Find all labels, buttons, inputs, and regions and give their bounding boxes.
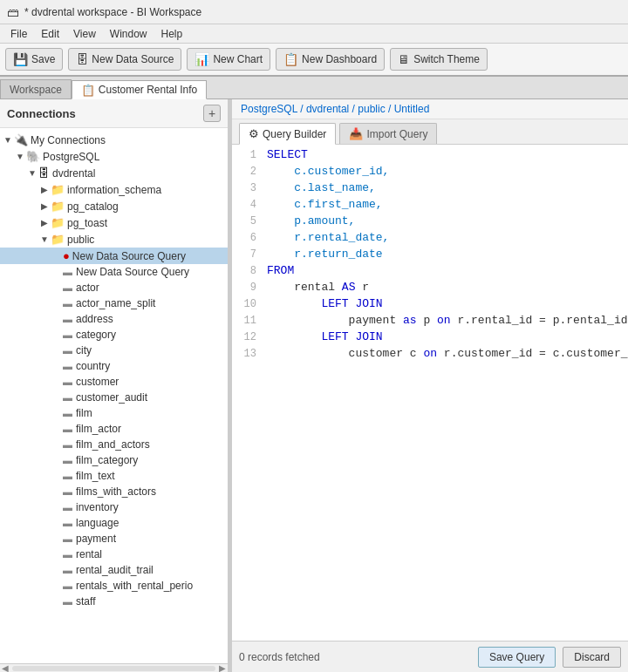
toggle-pg-toast: ▶ [38, 218, 51, 227]
menu-window[interactable]: Window [103, 26, 154, 42]
dvdrental-label: dvdrental [52, 167, 95, 180]
sidebar-item-table[interactable]: ▬customer_audit [0, 390, 228, 405]
tab-customer-rental[interactable]: 📋 Customer Rental Info [72, 80, 207, 99]
tab-bar: Workspace 📋 Customer Rental Info [0, 77, 628, 99]
bottom-bar: 0 records fetched Save Query Discard [232, 641, 628, 672]
new-dashboard-button[interactable]: 📋 New Dashboard [276, 48, 385, 71]
table-icon: ▬ [63, 314, 72, 324]
table-icon: ▬ [63, 377, 72, 387]
table-label: customer_audit [76, 391, 147, 404]
menu-bar: File Edit View Window Help [0, 24, 628, 44]
save-button[interactable]: 💾 Save [5, 48, 63, 71]
sidebar-item-table[interactable]: ▬country [0, 358, 228, 374]
table-icon: ▬ [63, 439, 72, 450]
table-label: film_text [76, 470, 115, 482]
table-label: language [76, 517, 119, 529]
title-text: * dvdrental workspace - BI Workspace [24, 6, 201, 18]
line-number: 12 [232, 330, 263, 347]
my-connections-label: My Connections [31, 134, 106, 146]
sidebar-item-table[interactable]: ▬staff [0, 594, 228, 609]
sidebar-item-pg-catalog[interactable]: ▶ 📁 pg_catalog [0, 198, 228, 214]
table-label: address [76, 313, 113, 325]
information-schema-icon: 📁 [51, 183, 65, 196]
sidebar-item-postgresql[interactable]: ▼ 🐘 PostgreSQL [0, 148, 228, 165]
table-icon: ▬ [63, 267, 72, 277]
chart-icon: 📊 [195, 52, 209, 66]
menu-help[interactable]: Help [154, 26, 190, 42]
sidebar-item-table[interactable]: ▬customer [0, 374, 228, 390]
code-line: 11 payment as p on r.rental_id = p.renta… [232, 314, 628, 330]
table-label: films_with_actors [76, 485, 156, 498]
table-icon: ▬ [63, 471, 72, 481]
data-source-icon: 🗄 [76, 52, 88, 66]
sidebar-item-table[interactable]: ▬payment [0, 531, 228, 546]
new-chart-button[interactable]: 📊 New Chart [187, 48, 270, 71]
status-text: 0 records fetched [239, 651, 320, 663]
public-label: public [67, 234, 94, 246]
sidebar-item-information-schema[interactable]: ▶ 📁 information_schema [0, 181, 228, 198]
code-line: 2 c.customer_id, [232, 165, 628, 181]
sidebar-item-table[interactable]: ▬film [0, 405, 228, 421]
sidebar-item-table[interactable]: ▬film_actor [0, 421, 228, 437]
sidebar-item-table[interactable]: ▬rental [0, 546, 228, 562]
table-label: actor_name_split [76, 297, 155, 309]
table-label: inventory [76, 501, 119, 513]
switch-theme-button[interactable]: 🖥 Switch Theme [390, 48, 488, 71]
line-content: c.customer_id, [263, 165, 389, 181]
sidebar-item-table[interactable]: ▬film_category [0, 452, 228, 468]
my-connections-icon: 🔌 [14, 133, 28, 146]
code-line: 10 LEFT JOIN [232, 297, 628, 314]
sidebar-item-pg-toast[interactable]: ▶ 📁 pg_toast [0, 214, 228, 231]
add-connection-button[interactable]: + [203, 105, 221, 122]
menu-view[interactable]: View [66, 26, 103, 42]
sidebar-item-table[interactable]: ▬rental_audit_trail [0, 562, 228, 578]
sidebar-item-table[interactable]: ▬inventory [0, 499, 228, 515]
table-icon: ▬ [63, 533, 72, 544]
table-label: staff [76, 595, 95, 608]
table-label: city [76, 344, 92, 356]
table-icon: ▬ [63, 282, 72, 293]
discard-button[interactable]: Discard [563, 647, 621, 668]
theme-icon: 🖥 [398, 52, 410, 66]
query-tab-builder[interactable]: ⚙ Query Builder [239, 123, 336, 145]
sidebar-item-table[interactable]: ▬film_text [0, 468, 228, 484]
table-icon: ▬ [63, 455, 72, 465]
sidebar-item-table[interactable]: ▬rentals_with_rental_perio [0, 578, 228, 594]
menu-edit[interactable]: Edit [34, 26, 66, 42]
sidebar-item-my-connections[interactable]: ▼ 🔌 My Connections [0, 132, 228, 148]
save-query-button[interactable]: Save Query [478, 647, 556, 668]
sidebar-item-table[interactable]: ▬language [0, 515, 228, 531]
sidebar-item-table[interactable]: ▬film_and_actors [0, 437, 228, 452]
information-schema-label: information_schema [67, 184, 161, 196]
line-content: LEFT JOIN [263, 330, 383, 347]
table-icon: ▬ [63, 361, 72, 371]
code-line: 7 r.return_date [232, 248, 628, 264]
line-content: c.last_name, [263, 181, 376, 198]
tab-workspace[interactable]: Workspace [0, 79, 72, 98]
sidebar-item-table[interactable]: ▬actor_name_split [0, 295, 228, 311]
sidebar-item-table[interactable]: ▬New Data Source Query [0, 264, 228, 280]
line-number: 7 [232, 248, 263, 264]
sidebar-item-table[interactable]: ▬address [0, 311, 228, 327]
menu-file[interactable]: File [3, 26, 34, 42]
line-number: 11 [232, 314, 263, 330]
sidebar-item-dvdrental[interactable]: ▼ 🗄 dvdrental [0, 165, 228, 181]
code-line: 9 rental AS r [232, 281, 628, 297]
sidebar-item-new-datasource-query[interactable]: ● New Data Source Query [0, 248, 228, 264]
query-tab-import[interactable]: 📥 Import Query [339, 123, 437, 144]
sidebar-item-public[interactable]: ▼ 📁 public [0, 231, 228, 248]
new-data-source-button[interactable]: 🗄 New Data Source [68, 48, 181, 71]
table-label: payment [76, 533, 116, 545]
right-panel: PostgreSQL / dvdrental / public / Untitl… [232, 99, 628, 672]
sidebar-hscroll[interactable]: ◀ ▶ [0, 663, 228, 672]
code-editor[interactable]: 1SELECT2 c.customer_id,3 c.last_name,4 c… [232, 145, 628, 641]
code-line: 8FROM [232, 264, 628, 281]
pg-toast-label: pg_toast [67, 217, 107, 229]
code-line: 3 c.last_name, [232, 181, 628, 198]
line-number: 9 [232, 281, 263, 297]
sidebar-item-table[interactable]: ▬city [0, 343, 228, 358]
sidebar-item-table[interactable]: ▬actor [0, 280, 228, 295]
code-line: 13 customer c on r.customer_id = c.custo… [232, 347, 628, 363]
sidebar-item-table[interactable]: ▬films_with_actors [0, 484, 228, 499]
sidebar-item-table[interactable]: ▬category [0, 327, 228, 343]
